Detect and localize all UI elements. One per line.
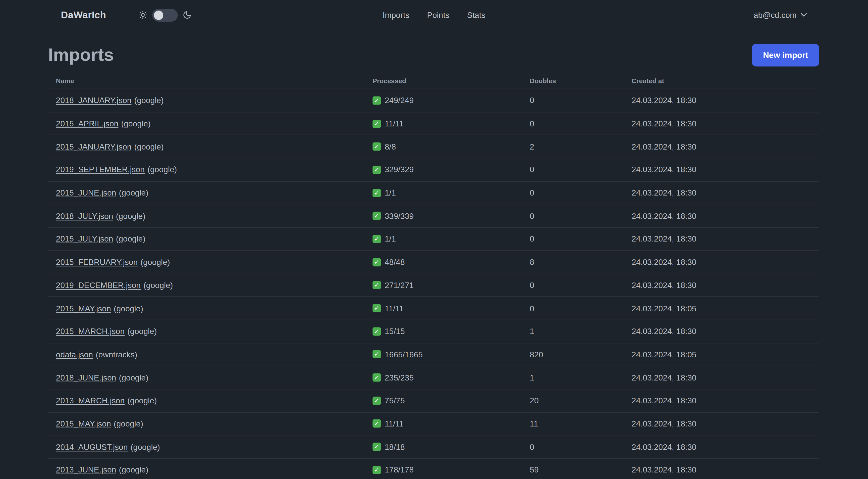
processed-cell: ✓ 75/75	[372, 396, 530, 405]
user-email: ab@cd.com	[754, 10, 797, 19]
processed-cell: ✓ 271/271	[372, 281, 530, 290]
nav-item-imports[interactable]: Imports	[382, 10, 409, 19]
doubles-count: 0	[530, 442, 632, 451]
import-file-link[interactable]: 2015_MARCH.json	[56, 327, 125, 336]
doubles-count: 20	[530, 396, 632, 405]
name-cell: 2018_JANUARY.json(google)	[56, 96, 373, 105]
processed-cell: ✓ 1665/1665	[372, 350, 530, 359]
created-at: 24.03.2024, 18:30	[632, 419, 811, 428]
check-icon: ✓	[372, 466, 381, 474]
doubles-count: 0	[530, 235, 632, 243]
created-at: 24.03.2024, 18:30	[632, 373, 811, 382]
user-menu[interactable]: ab@cd.com	[754, 10, 807, 19]
processed-cell: ✓ 235/235	[372, 373, 530, 382]
import-file-link[interactable]: 2019_DECEMBER.json	[56, 281, 141, 290]
created-at: 24.03.2024, 18:30	[632, 258, 811, 266]
import-file-link[interactable]: 2015_MAY.json	[56, 304, 111, 312]
created-at: 24.03.2024, 18:30	[632, 166, 811, 174]
check-icon: ✓	[372, 143, 381, 151]
page-title: Imports	[48, 45, 114, 66]
column-header-name: Name	[56, 77, 373, 85]
import-source: (google)	[131, 442, 160, 451]
main-content: Imports New import Name Processed Double…	[0, 44, 868, 479]
chevron-down-icon	[800, 13, 807, 17]
processed-count: 75/75	[385, 396, 405, 405]
table-header-row: Name Processed Doubles Created at	[48, 73, 819, 89]
import-file-link[interactable]: 2019_SEPTEMBER.json	[56, 166, 145, 174]
table-row: 2013_JUNE.json(google) ✓ 178/178 59 24.0…	[48, 459, 819, 479]
doubles-count: 0	[530, 304, 632, 312]
name-cell: 2015_JUNE.json(google)	[56, 188, 373, 197]
processed-count: 18/18	[385, 442, 405, 451]
created-at: 24.03.2024, 18:30	[632, 142, 811, 151]
sun-icon	[138, 10, 147, 19]
import-file-link[interactable]: 2018_JUNE.json	[56, 373, 116, 382]
import-source: (google)	[144, 281, 173, 290]
new-import-button[interactable]: New import	[752, 44, 819, 66]
doubles-count: 1	[530, 327, 632, 336]
nav-item-stats[interactable]: Stats	[467, 10, 486, 19]
processed-count: 339/339	[385, 211, 414, 220]
theme-toggle[interactable]	[152, 8, 177, 21]
processed-count: 249/249	[385, 96, 414, 105]
import-file-link[interactable]: 2014_AUGUST.json	[56, 442, 128, 451]
doubles-count: 1	[530, 373, 632, 382]
name-cell: 2015_MARCH.json(google)	[56, 327, 373, 336]
doubles-count: 11	[530, 419, 632, 428]
column-header-doubles: Doubles	[530, 77, 632, 85]
doubles-count: 8	[530, 258, 632, 266]
processed-cell: ✓ 15/15	[372, 327, 530, 336]
table-row: 2015_MAY.json(google) ✓ 11/11 11 24.03.2…	[48, 412, 819, 436]
import-file-link[interactable]: 2013_JUNE.json	[56, 466, 116, 474]
import-file-link[interactable]: odata.json	[56, 350, 93, 359]
check-icon: ✓	[372, 304, 381, 312]
nav-item-points[interactable]: Points	[427, 10, 449, 19]
import-file-link[interactable]: 2015_FEBRUARY.json	[56, 258, 138, 266]
import-source: (google)	[134, 96, 163, 105]
name-cell: 2015_JANUARY.json(google)	[56, 142, 373, 151]
table-row: 2018_JUNE.json(google) ✓ 235/235 1 24.03…	[48, 366, 819, 389]
name-cell: 2015_FEBRUARY.json(google)	[56, 258, 373, 266]
processed-cell: ✓ 178/178	[372, 466, 530, 474]
processed-count: 235/235	[385, 373, 414, 382]
check-icon: ✓	[372, 373, 381, 382]
import-source: (google)	[114, 419, 143, 428]
doubles-count: 0	[530, 281, 632, 290]
name-cell: 2015_JULY.json(google)	[56, 235, 373, 243]
processed-cell: ✓ 11/11	[372, 304, 530, 312]
doubles-count: 59	[530, 466, 632, 474]
name-cell: 2019_DECEMBER.json(google)	[56, 281, 373, 290]
doubles-count: 2	[530, 142, 632, 151]
processed-cell: ✓ 11/11	[372, 119, 530, 128]
import-file-link[interactable]: 2015_JUNE.json	[56, 188, 116, 197]
app-logo[interactable]: DaWarIch	[61, 9, 106, 21]
import-file-link[interactable]: 2015_JULY.json	[56, 235, 113, 243]
check-icon: ✓	[372, 189, 381, 197]
import-file-link[interactable]: 2015_JANUARY.json	[56, 142, 132, 151]
check-icon: ✓	[372, 166, 381, 174]
app-viewport: DaWarIch	[0, 0, 868, 479]
table-row: 2015_MAY.json(google) ✓ 11/11 0 24.03.20…	[48, 297, 819, 320]
table-row: 2015_JANUARY.json(google) ✓ 8/8 2 24.03.…	[48, 136, 819, 158]
table-row: 2015_APRIL.json(google) ✓ 11/11 0 24.03.…	[48, 112, 819, 136]
table-row: 2014_AUGUST.json(google) ✓ 18/18 0 24.03…	[48, 436, 819, 459]
processed-cell: ✓ 11/11	[372, 419, 530, 428]
name-cell: 2015_APRIL.json(google)	[56, 119, 373, 128]
created-at: 24.03.2024, 18:05	[632, 350, 811, 359]
name-cell: 2014_AUGUST.json(google)	[56, 442, 373, 451]
import-source: (google)	[116, 211, 146, 220]
import-file-link[interactable]: 2018_JANUARY.json	[56, 96, 132, 105]
created-at: 24.03.2024, 18:30	[632, 442, 811, 451]
processed-count: 271/271	[385, 281, 414, 290]
processed-cell: ✓ 1/1	[372, 235, 530, 243]
table-row: 2018_JANUARY.json(google) ✓ 249/249 0 24…	[48, 89, 819, 112]
created-at: 24.03.2024, 18:30	[632, 96, 811, 105]
table-row: 2015_MARCH.json(google) ✓ 15/15 1 24.03.…	[48, 320, 819, 343]
import-file-link[interactable]: 2015_APRIL.json	[56, 119, 119, 128]
imports-table: Name Processed Doubles Created at 2018_J…	[48, 73, 819, 479]
import-file-link[interactable]: 2015_MAY.json	[56, 419, 111, 428]
import-file-link[interactable]: 2013_MARCH.json	[56, 396, 125, 405]
import-file-link[interactable]: 2018_JULY.json	[56, 211, 113, 220]
doubles-count: 0	[530, 166, 632, 174]
created-at: 24.03.2024, 18:30	[632, 327, 811, 336]
